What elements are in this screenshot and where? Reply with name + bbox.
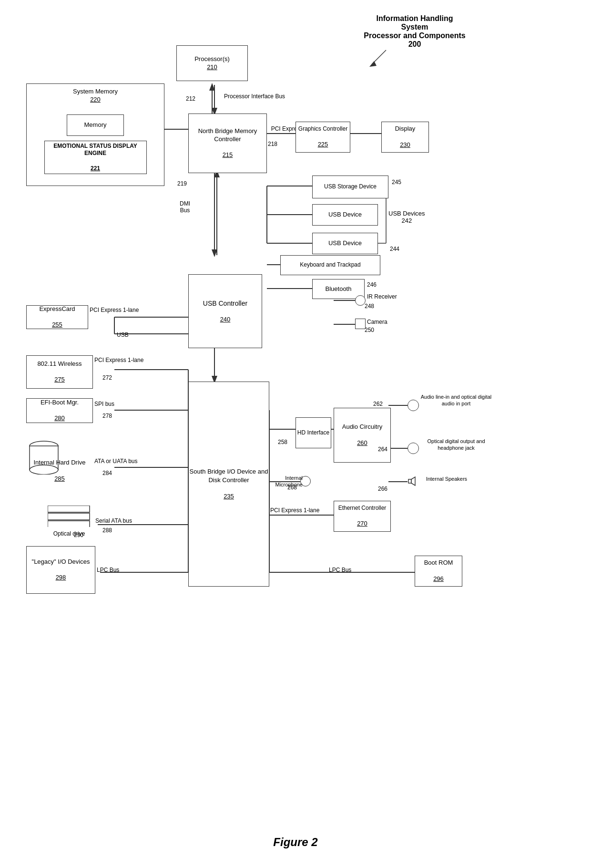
internal-hd-box: Internal Hard Drive 285 <box>26 447 93 483</box>
camera-icon <box>355 319 366 329</box>
keyboard-box: Keyboard and Trackpad <box>280 255 380 275</box>
n290-label: 290 <box>74 532 83 538</box>
svg-rect-46 <box>408 479 411 483</box>
n278-label: 278 <box>102 413 112 419</box>
figure-caption: Figure 2 <box>0 836 591 849</box>
boot-rom-box: Boot ROM 296 <box>415 556 462 587</box>
display-box: Display 230 <box>381 122 429 153</box>
north-bridge-box: North Bridge Memory Controller 215 <box>188 114 267 173</box>
optical-drive-label: Optical drive <box>48 530 91 537</box>
audio-circuitry-box: Audio Circuitry 260 <box>334 408 391 463</box>
n219-label: 219 <box>177 180 187 187</box>
camera-label: Camera <box>367 319 387 325</box>
ir-receiver-icon <box>355 295 366 306</box>
proc-interface-label: Processor Interface Bus <box>224 93 319 100</box>
n272-label: 272 <box>102 374 112 381</box>
usb-device2-box: USB Device <box>312 233 378 254</box>
usb-device1-box: USB Device <box>312 204 378 226</box>
ata-uata-label: ATA or UATA bus <box>94 458 137 465</box>
wireless-box: 802.11 Wireless 275 <box>26 355 93 389</box>
audio-line-in-label: Audio line-in and optical digital audio … <box>420 393 492 407</box>
page-title: Information Handling System Processor an… <box>343 14 486 49</box>
usb-controller-box: USB Controller 240 <box>188 274 262 348</box>
optical-out-label: Optical digital output and headphone jac… <box>420 438 492 452</box>
lpc-bus-right-label: LPC Bus <box>329 567 351 573</box>
n264-label: 264 <box>378 446 387 453</box>
n244-label: 244 <box>390 246 399 252</box>
n248-label: 248 <box>365 303 374 310</box>
svg-rect-44 <box>48 513 90 520</box>
n250-label: 250 <box>365 327 374 333</box>
optical-drive-icon <box>48 506 91 527</box>
n212-label: 212 <box>186 95 195 102</box>
audio-line-in-icon <box>408 400 419 411</box>
south-bridge-box: South Bridge I/O Device and Disk Control… <box>188 382 269 587</box>
svg-rect-43 <box>48 506 90 512</box>
pci-express-1lane-3: PCI Express 1-lane <box>270 507 319 514</box>
n288-label: 288 <box>102 527 112 534</box>
svg-marker-47 <box>411 477 415 486</box>
n218-label: 218 <box>268 141 277 147</box>
expresscard-box: ExpressCard 255 <box>26 305 88 329</box>
usb-label-1: USB <box>117 331 129 338</box>
ir-receiver-label: IR Receiver <box>367 293 397 300</box>
internal-speakers-label: Internal Speakers <box>420 476 473 482</box>
memory-box: Memory <box>67 114 124 136</box>
usb-storage-num: 245 <box>392 179 401 186</box>
spi-bus-label: SPI bus <box>94 401 114 407</box>
svg-line-37 <box>372 50 386 64</box>
pci-express-1lane-1: PCI Express 1-lane <box>90 307 139 313</box>
hd-interface-box: HD Interface <box>296 417 331 448</box>
legacy-io-box: "Legacy" I/O Devices 298 <box>26 546 95 594</box>
lpc-bus-left-label: LPC Bus <box>97 567 119 573</box>
n268-label: 268 <box>287 484 297 491</box>
dmi-bus-label: DMIBus <box>173 200 197 214</box>
n258-label: 258 <box>278 439 287 445</box>
efi-boot-box: EFI-Boot Mgr. 280 <box>26 398 93 423</box>
internal-speakers-icon <box>408 476 418 486</box>
svg-rect-45 <box>48 521 90 527</box>
n284-label: 284 <box>102 470 112 476</box>
pci-express-1lane-2: PCI Express 1-lane <box>94 357 143 363</box>
title-arrow <box>362 48 391 67</box>
usb-storage-box: USB Storage Device <box>312 176 388 198</box>
graphics-controller-box: Graphics Controller 225 <box>296 122 350 153</box>
optical-out-icon <box>408 443 419 454</box>
n266-label: 266 <box>378 486 387 492</box>
processor-box: Processor(s) 210 <box>176 45 248 81</box>
serial-ata-label: Serial ATA bus <box>95 517 132 524</box>
usb-devices-label: USB Devices 242 <box>388 210 425 224</box>
n262-label: 262 <box>373 401 383 407</box>
emotional-box: EMOTIONAL STATUS DISPLAY ENGINE 221 <box>44 141 147 174</box>
ethernet-box: Ethernet Controller 270 <box>334 501 391 532</box>
system-memory-box: System Memory 220 Memory EMOTIONAL STATU… <box>26 83 164 186</box>
svg-marker-38 <box>369 61 377 67</box>
bluetooth-num: 246 <box>367 281 377 288</box>
diagram: Information Handling System Processor an… <box>0 0 591 868</box>
